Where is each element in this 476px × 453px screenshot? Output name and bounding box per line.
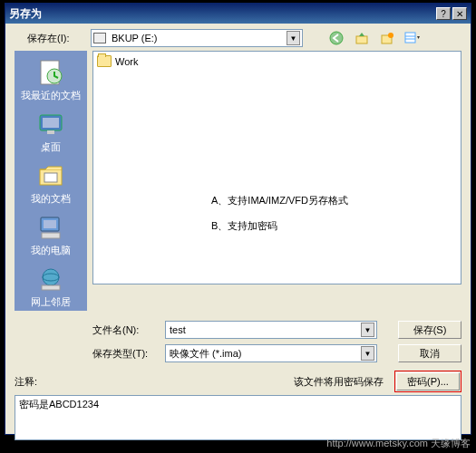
sidebar-item-label: 桌面 bbox=[19, 140, 83, 154]
sidebar-item-documents[interactable]: 我的文档 bbox=[19, 159, 83, 207]
help-button[interactable]: ? bbox=[436, 7, 451, 20]
chevron-down-icon: ▼ bbox=[361, 346, 374, 361]
close-button[interactable]: ✕ bbox=[452, 7, 467, 20]
svg-rect-13 bbox=[44, 173, 57, 182]
svg-rect-11 bbox=[47, 130, 54, 134]
mid-area: 我最近的文档 桌面 我的文档 我的电脑 网上邻居 Work bbox=[5, 51, 471, 311]
filetype-combo[interactable]: 映像文件 (*.ima) ▼ bbox=[165, 344, 377, 362]
chevron-down-icon: ▼ bbox=[287, 31, 300, 45]
highlight-box: 密码(P)... bbox=[394, 371, 461, 392]
file-list[interactable]: Work A、支持IMA/IMZ/VFD另存格式 B、支持加密码 bbox=[92, 51, 461, 284]
filetype-label: 保存类型(T): bbox=[92, 347, 160, 361]
drive-text: BKUP (E:) bbox=[110, 33, 287, 43]
svg-rect-10 bbox=[43, 118, 59, 128]
recent-icon bbox=[36, 58, 65, 87]
filename-label: 文件名(N): bbox=[92, 323, 160, 337]
filename-row: 文件名(N): test ▼ 保存(S) bbox=[5, 318, 471, 342]
disk-icon bbox=[93, 33, 106, 43]
svg-rect-4 bbox=[405, 33, 415, 43]
hint-text: A、支持IMA/IMZ/VFD另存格式 B、支持加密码 bbox=[211, 188, 348, 238]
computer-icon bbox=[36, 213, 65, 242]
svg-rect-1 bbox=[356, 36, 367, 43]
save-button[interactable]: 保存(S) bbox=[398, 321, 461, 339]
save-as-dialog: 另存为 ? ✕ 保存在(I): BKUP (E:) ▼ 我最近的文档 桌面 bbox=[5, 3, 471, 435]
svg-rect-15 bbox=[44, 220, 56, 228]
comment-textarea[interactable]: 密码是ABCD1234 bbox=[15, 395, 461, 440]
sidebar-item-label: 网上邻居 bbox=[19, 295, 83, 309]
list-item[interactable]: Work bbox=[97, 55, 457, 67]
svg-point-3 bbox=[388, 33, 393, 38]
password-notice: 该文件将用密码保存 bbox=[294, 375, 384, 389]
sidebar-item-label: 我最近的文档 bbox=[19, 89, 83, 102]
cancel-button[interactable]: 取消 bbox=[398, 344, 461, 362]
save-in-combo[interactable]: BKUP (E:) ▼ bbox=[91, 29, 303, 47]
sidebar-item-network[interactable]: 网上邻居 bbox=[19, 263, 83, 311]
svg-rect-19 bbox=[42, 285, 60, 290]
filename-input[interactable]: test ▼ bbox=[165, 321, 377, 339]
back-button[interactable] bbox=[326, 29, 346, 47]
password-button[interactable]: 密码(P)... bbox=[396, 372, 460, 390]
sidebar-item-desktop[interactable]: 桌面 bbox=[19, 108, 83, 156]
network-icon bbox=[36, 265, 65, 294]
comment-row: 注释: 该文件将用密码保存 密码(P)... bbox=[5, 365, 471, 395]
svg-point-0 bbox=[330, 32, 343, 44]
folder-icon bbox=[97, 55, 112, 67]
save-in-label: 保存在(I): bbox=[27, 32, 85, 45]
sidebar-item-label: 我的文档 bbox=[19, 192, 83, 206]
desktop-icon bbox=[36, 110, 65, 139]
save-in-row: 保存在(I): BKUP (E:) ▼ bbox=[5, 24, 471, 51]
up-button[interactable] bbox=[352, 29, 372, 47]
sidebar-item-recent[interactable]: 我最近的文档 bbox=[19, 56, 83, 104]
new-folder-button[interactable] bbox=[377, 29, 397, 47]
window-title: 另存为 bbox=[9, 6, 434, 22]
views-button[interactable] bbox=[403, 29, 423, 47]
watermark: http://www.metsky.com 天缘博客 bbox=[326, 437, 471, 450]
documents-icon bbox=[36, 161, 65, 190]
comment-label: 注释: bbox=[15, 375, 53, 389]
svg-point-17 bbox=[43, 269, 59, 285]
filetype-row: 保存类型(T): 映像文件 (*.ima) ▼ 取消 bbox=[5, 342, 471, 365]
titlebar: 另存为 ? ✕ bbox=[5, 4, 471, 24]
chevron-down-icon: ▼ bbox=[361, 323, 374, 337]
folder-name: Work bbox=[115, 56, 138, 67]
sidebar-item-computer[interactable]: 我的电脑 bbox=[19, 211, 83, 259]
svg-rect-16 bbox=[42, 233, 60, 238]
places-bar: 我最近的文档 桌面 我的文档 我的电脑 网上邻居 bbox=[15, 51, 87, 311]
sidebar-item-label: 我的电脑 bbox=[19, 244, 83, 257]
